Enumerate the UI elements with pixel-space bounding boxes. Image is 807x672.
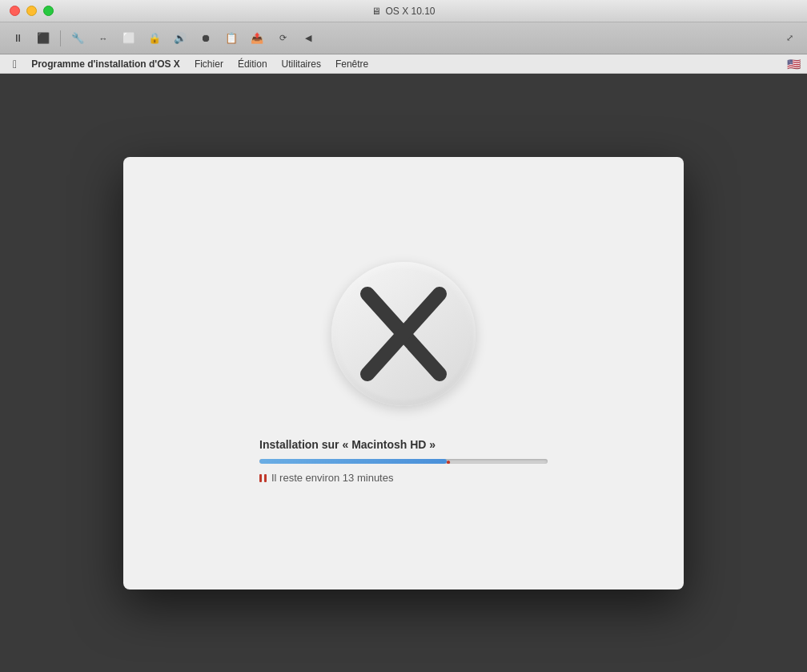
fenetre-menu[interactable]: Fenêtre — [329, 57, 375, 71]
progress-section: Installation sur « Macintosh HD » Il res… — [259, 438, 548, 484]
pause-indicator — [259, 473, 267, 483]
time-remaining-text: Il reste environ 13 minutes — [271, 472, 393, 484]
installer-window: Installation sur « Macintosh HD » Il res… — [123, 157, 684, 590]
toolbar-separator-1 — [60, 30, 61, 46]
usb-button[interactable]: 📋 — [220, 28, 243, 49]
title-icon: 🖥 — [371, 6, 381, 17]
lock-button[interactable]: 🔒 — [143, 28, 166, 49]
edition-menu[interactable]: Édition — [231, 57, 274, 71]
install-label: Installation sur « Macintosh HD » — [259, 438, 436, 451]
app-name-menu[interactable]: Programme d'installation d'OS X — [25, 57, 187, 71]
toolbar: ⏸ ⬛ 🔧 ↔ ⬜ 🔒 🔊 ⏺ 📋 📤 ⟳ ◀ ⤢ — [0, 22, 807, 54]
time-remaining: Il reste environ 13 minutes — [259, 472, 393, 484]
maximize-button[interactable] — [43, 6, 54, 16]
pause-bar-2 — [264, 474, 267, 482]
utilitaires-menu[interactable]: Utilitaires — [275, 57, 327, 71]
osx-x-logo — [355, 286, 452, 382]
menubar:  Programme d'installation d'OS X Fichie… — [0, 54, 807, 74]
close-button[interactable] — [10, 6, 20, 16]
refresh-button[interactable]: ⟳ — [271, 28, 294, 49]
pause-button[interactable]: ⏸ — [6, 28, 29, 49]
osx-logo-circle — [331, 262, 476, 406]
fichier-menu[interactable]: Fichier — [188, 57, 230, 71]
progress-bar-container — [259, 459, 548, 464]
progress-bar-fill — [259, 459, 447, 464]
language-flag[interactable]: 🇺🇸 — [787, 58, 801, 70]
apple-menu[interactable]:  — [6, 58, 23, 70]
back-button[interactable]: ◀ — [297, 28, 319, 49]
title-bar: 🖥 OS X 10.10 — [0, 0, 807, 22]
pause-bar-1 — [259, 474, 262, 482]
minimize-button[interactable] — [26, 6, 37, 16]
content-area: Installation sur « Macintosh HD » Il res… — [0, 74, 807, 672]
screenshot-button[interactable]: ⬛ — [32, 28, 54, 49]
share-button[interactable]: 📤 — [246, 28, 268, 49]
window-controls — [10, 6, 54, 16]
osx-logo-container — [331, 262, 476, 406]
audio-button[interactable]: 🔊 — [169, 28, 191, 49]
arrows-button[interactable]: ↔ — [92, 28, 114, 49]
record-button[interactable]: ⏺ — [195, 28, 217, 49]
display-button[interactable]: ⬜ — [118, 28, 140, 49]
settings-button[interactable]: 🔧 — [66, 28, 89, 49]
vm-window: 🖥 OS X 10.10 ⏸ ⬛ 🔧 ↔ ⬜ 🔒 🔊 ⏺ 📋 📤 ⟳ ◀ ⤢ … — [0, 0, 807, 672]
window-title: OS X 10.10 — [385, 6, 435, 17]
title-bar-text: 🖥 OS X 10.10 — [371, 6, 435, 17]
expand-button[interactable]: ⤢ — [778, 28, 801, 49]
